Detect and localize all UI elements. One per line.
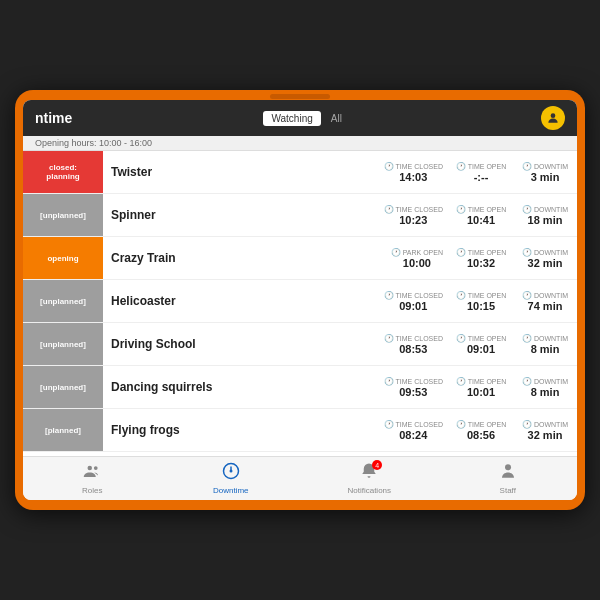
notification-badge-wrapper: 4 (360, 462, 378, 484)
table-row[interactable]: closed:planning Twister 🕐 TIME CLOSED 14… (23, 151, 577, 194)
status-badge: closed:planning (23, 151, 103, 193)
time-open-stat: 🕐 TIME OPEN 10:15 (455, 291, 507, 312)
time-open-label: 🕐 TIME OPEN (456, 420, 507, 429)
downtime-stat-label: 🕐 DOWNTIM (522, 248, 568, 257)
time-open-stat: 🕐 TIME OPEN -:-- (455, 162, 507, 183)
downtime-value: 3 min (531, 171, 560, 183)
time-open-value: 09:01 (467, 343, 495, 355)
time-closed-value: 10:23 (399, 214, 427, 226)
app-title: ntime (35, 110, 72, 126)
status-badge: [unplanned] (23, 194, 103, 236)
time-open-value: 08:56 (467, 429, 495, 441)
ride-stats: 🕐 TIME CLOSED 08:53 🕐 TIME OPEN 09:01 🕐 … (384, 334, 577, 355)
status-badge: [unplanned] (23, 323, 103, 365)
time-open-stat: 🕐 TIME OPEN 09:01 (455, 334, 507, 355)
downtime-value: 8 min (531, 343, 560, 355)
time-open-value: 10:15 (467, 300, 495, 312)
ride-name: Twister (103, 165, 384, 179)
ride-stats: 🕐 PARK OPEN 10:00 🕐 TIME OPEN 10:32 🕐 DO… (391, 248, 577, 269)
downtime-stat: 🕐 DOWNTIM 74 min (519, 291, 571, 312)
downtime-value: 32 min (528, 429, 563, 441)
ride-name: Dancing squirrels (103, 380, 384, 394)
table-row[interactable]: [unplanned] Spinner 🕐 TIME CLOSED 10:23 … (23, 194, 577, 237)
svg-point-6 (505, 464, 511, 470)
device-screen: ntime Watching All Opening hours: 10:00 … (23, 100, 577, 500)
downtime-stat: 🕐 DOWNTIM 18 min (519, 205, 571, 226)
time-open-value: 10:01 (467, 386, 495, 398)
svg-point-1 (88, 466, 93, 471)
sub-header: Opening hours: 10:00 - 16:00 (23, 136, 577, 151)
status-badge: [unplanned] (23, 366, 103, 408)
downtime-stat: 🕐 DOWNTIM 32 min (519, 420, 571, 441)
time-open-stat: 🕐 TIME OPEN 10:01 (455, 377, 507, 398)
downtime-stat: 🕐 DOWNTIM 32 min (519, 248, 571, 269)
ride-name: Crazy Train (103, 251, 391, 265)
nav-roles[interactable]: Roles (23, 462, 162, 495)
nav-notifications[interactable]: 4 Notifications (300, 462, 439, 495)
roles-icon (83, 462, 101, 484)
time-open-stat: 🕐 TIME OPEN 08:56 (455, 420, 507, 441)
ride-name: Helicoaster (103, 294, 384, 308)
time-open-stat: 🕐 TIME OPEN 10:32 (455, 248, 507, 269)
downtime-value: 8 min (531, 386, 560, 398)
svg-point-5 (229, 470, 232, 473)
ride-name: Flying frogs (103, 423, 384, 437)
time-closed-label: 🕐 TIME CLOSED (384, 334, 443, 343)
ride-stats: 🕐 TIME CLOSED 10:23 🕐 TIME OPEN 10:41 🕐 … (384, 205, 577, 226)
tab-watching[interactable]: Watching (263, 111, 320, 126)
ride-stats: 🕐 TIME CLOSED 14:03 🕐 TIME OPEN -:-- 🕐 D… (384, 162, 577, 183)
time-closed-value: 10:00 (403, 257, 431, 269)
time-open-value: 10:32 (467, 257, 495, 269)
time-closed-value: 09:53 (399, 386, 427, 398)
downtime-value: 74 min (528, 300, 563, 312)
roles-label: Roles (82, 486, 102, 495)
device-frame: ntime Watching All Opening hours: 10:00 … (15, 90, 585, 510)
time-closed-stat: 🕐 TIME CLOSED 09:01 (384, 291, 443, 312)
ride-stats: 🕐 TIME CLOSED 09:01 🕐 TIME OPEN 10:15 🕐 … (384, 291, 577, 312)
table-row[interactable]: [planned] Flying frogs 🕐 TIME CLOSED 08:… (23, 409, 577, 452)
time-closed-label: 🕐 PARK OPEN (391, 248, 443, 257)
time-closed-stat: 🕐 TIME CLOSED 08:24 (384, 420, 443, 441)
time-closed-stat: 🕐 TIME CLOSED 10:23 (384, 205, 443, 226)
status-badge: opening (23, 237, 103, 279)
device-notch (270, 94, 330, 99)
downtime-stat: 🕐 DOWNTIM 3 min (519, 162, 571, 183)
ride-name: Driving School (103, 337, 384, 351)
header-tabs: Watching All (263, 111, 349, 126)
svg-point-2 (94, 466, 98, 470)
time-closed-value: 08:24 (399, 429, 427, 441)
time-open-value: 10:41 (467, 214, 495, 226)
time-closed-stat: 🕐 TIME CLOSED 08:53 (384, 334, 443, 355)
table-row[interactable]: [unplanned] Dancing squirrels 🕐 TIME CLO… (23, 366, 577, 409)
time-open-label: 🕐 TIME OPEN (456, 205, 507, 214)
downtime-stat-label: 🕐 DOWNTIM (522, 162, 568, 171)
table-row[interactable]: opening Crazy Train 🕐 PARK OPEN 10:00 🕐 … (23, 237, 577, 280)
time-closed-label: 🕐 TIME CLOSED (384, 291, 443, 300)
svg-point-0 (551, 113, 556, 118)
downtime-stat: 🕐 DOWNTIM 8 min (519, 377, 571, 398)
ride-name: Spinner (103, 208, 384, 222)
tab-all[interactable]: All (323, 111, 350, 126)
nav-staff[interactable]: Staff (439, 462, 578, 495)
time-closed-stat: 🕐 PARK OPEN 10:00 (391, 248, 443, 269)
staff-label: Staff (500, 486, 516, 495)
time-closed-value: 14:03 (399, 171, 427, 183)
app-header: ntime Watching All (23, 100, 577, 136)
time-closed-label: 🕐 TIME CLOSED (384, 377, 443, 386)
time-closed-stat: 🕐 TIME CLOSED 14:03 (384, 162, 443, 183)
time-closed-label: 🕐 TIME CLOSED (384, 162, 443, 171)
notifications-label: Notifications (347, 486, 391, 495)
time-closed-label: 🕐 TIME CLOSED (384, 420, 443, 429)
time-open-label: 🕐 TIME OPEN (456, 334, 507, 343)
downtime-stat-label: 🕐 DOWNTIM (522, 205, 568, 214)
downtime-value: 18 min (528, 214, 563, 226)
profile-icon[interactable] (541, 106, 565, 130)
ride-stats: 🕐 TIME CLOSED 09:53 🕐 TIME OPEN 10:01 🕐 … (384, 377, 577, 398)
table-row[interactable]: [unplanned] Driving School 🕐 TIME CLOSED… (23, 323, 577, 366)
time-closed-stat: 🕐 TIME CLOSED 09:53 (384, 377, 443, 398)
downtime-stat: 🕐 DOWNTIM 8 min (519, 334, 571, 355)
nav-downtime[interactable]: Downtime (162, 462, 301, 495)
rides-table: closed:planning Twister 🕐 TIME CLOSED 14… (23, 151, 577, 456)
table-row[interactable]: [unplanned] Helicoaster 🕐 TIME CLOSED 09… (23, 280, 577, 323)
downtime-stat-label: 🕐 DOWNTIM (522, 377, 568, 386)
